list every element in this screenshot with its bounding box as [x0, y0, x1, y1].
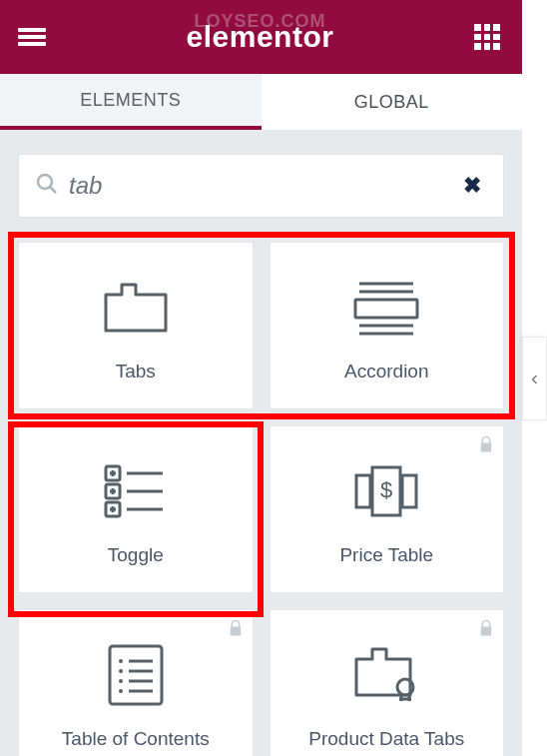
toggle-icon	[103, 452, 169, 530]
tab-elements[interactable]: ELEMENTS	[0, 74, 262, 130]
widget-accordion[interactable]: Accordion	[270, 242, 505, 409]
svg-point-26	[119, 669, 123, 673]
svg-point-30	[119, 689, 123, 693]
svg-rect-23	[110, 646, 162, 704]
widget-table-of-contents[interactable]: Table of Contents	[18, 609, 254, 756]
svg-text:$: $	[380, 477, 392, 502]
hamburger-icon[interactable]	[18, 26, 46, 48]
search-icon	[35, 172, 59, 200]
widgets-grid: Tabs Accordion	[18, 242, 504, 756]
widget-label: Accordion	[344, 361, 429, 382]
product-data-tabs-icon	[351, 636, 421, 714]
widget-tabs[interactable]: Tabs	[18, 242, 254, 409]
panel-header: LOYSEO.COM elementor	[0, 0, 522, 74]
lock-icon	[477, 618, 495, 642]
widget-label: Toggle	[108, 544, 164, 566]
clear-search-icon[interactable]: ✖	[463, 173, 481, 199]
widget-label: Table of Contents	[62, 728, 210, 750]
panel-tabs: ELEMENTS GLOBAL	[0, 74, 522, 130]
svg-rect-4	[355, 300, 417, 318]
svg-rect-19	[356, 475, 370, 507]
svg-point-24	[119, 659, 123, 663]
collapse-panel-handle[interactable]: ‹	[522, 337, 547, 420]
accordion-icon	[351, 269, 421, 347]
panel-body: ✖ Tabs	[0, 130, 522, 756]
watermark-text: LOYSEO.COM	[194, 12, 325, 30]
widget-label: Tabs	[116, 361, 156, 382]
widget-toggle[interactable]: Toggle	[18, 425, 254, 593]
svg-line-1	[51, 188, 57, 194]
chevron-left-icon: ‹	[531, 367, 538, 389]
app-logo: LOYSEO.COM elementor	[187, 22, 334, 52]
lock-icon	[227, 618, 245, 642]
lock-icon	[477, 434, 495, 458]
search-input[interactable]	[59, 172, 463, 200]
tab-global[interactable]: GLOBAL	[262, 74, 523, 130]
widget-label: Product Data Tabs	[308, 728, 464, 750]
price-table-icon: $	[352, 452, 420, 530]
svg-rect-20	[402, 475, 416, 507]
widget-label: Price Table	[339, 544, 433, 566]
tabs-icon	[103, 269, 169, 347]
svg-point-0	[38, 175, 52, 189]
widget-product-data-tabs[interactable]: Product Data Tabs	[270, 609, 505, 756]
toc-icon	[107, 636, 165, 714]
search-box: ✖	[18, 154, 504, 218]
svg-point-28	[119, 679, 123, 683]
apps-grid-icon[interactable]	[474, 24, 500, 50]
widget-price-table[interactable]: $ Price Table	[270, 425, 505, 593]
